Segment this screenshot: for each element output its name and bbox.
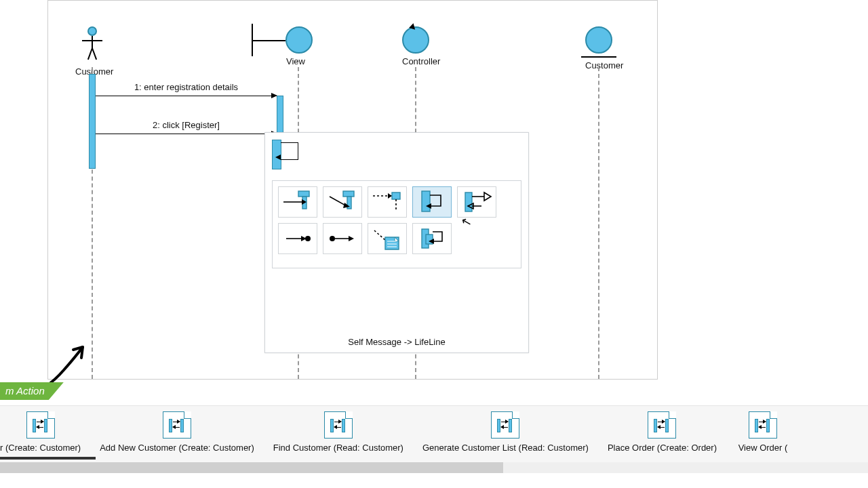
resource-catalog-popup: Self Message -> LifeLine <box>264 132 529 353</box>
sequence-diagram-file-icon <box>749 411 777 439</box>
svg-marker-19 <box>301 236 307 241</box>
message-1-arrow[interactable] <box>96 96 277 96</box>
lifeline-entity-customer[interactable]: Customer <box>585 26 612 70</box>
svg-marker-22 <box>349 236 354 241</box>
tool-found-message[interactable] <box>278 223 317 254</box>
tray-item[interactable]: Add New Customer (Create: Customer) <box>100 411 254 453</box>
tray-item-label: r (Create: Customer) <box>0 443 81 453</box>
tray-item[interactable]: Find Customer (Read: Customer) <box>273 411 403 453</box>
tool-create-message[interactable] <box>368 186 407 218</box>
lifeline-control-controller[interactable]: Controller <box>402 26 429 66</box>
tray-item-label: Generate Customer List (Read: Customer) <box>422 443 589 453</box>
activation-bar-view[interactable] <box>277 96 283 136</box>
tool-self-message-reply[interactable] <box>457 186 496 218</box>
svg-line-23 <box>374 230 387 241</box>
activation-bar-actor[interactable] <box>89 74 96 169</box>
control-icon <box>402 26 429 54</box>
diagram-tray: r (Create: Customer)Add New Customer (Cr… <box>0 405 868 473</box>
svg-rect-14 <box>465 192 472 211</box>
popup-preview-icon <box>272 140 298 169</box>
tray-item-label: View Order ( <box>738 443 788 453</box>
svg-rect-4 <box>343 191 354 197</box>
svg-rect-8 <box>392 192 400 199</box>
boundary-icon <box>252 26 313 54</box>
tray-item[interactable]: r (Create: Customer) <box>0 411 81 453</box>
lifeline-dash <box>598 67 599 379</box>
tray-item-label: Find Customer (Read: Customer) <box>273 443 403 453</box>
tool-note[interactable] <box>368 223 407 254</box>
message-2-arrow[interactable] <box>96 134 277 134</box>
tool-duration-message[interactable] <box>323 186 362 218</box>
svg-line-6 <box>330 197 347 206</box>
tray-item-label: Place Order (Create: Order) <box>608 443 717 453</box>
sequence-diagram-file-icon <box>26 411 55 439</box>
lifeline-label: Controller <box>402 56 429 66</box>
tool-recursive-message[interactable] <box>412 223 452 254</box>
section-tab-label: m Action <box>5 385 45 396</box>
sequence-diagram-file-icon <box>163 411 191 439</box>
tray-item[interactable]: View Order ( <box>736 411 790 453</box>
tool-self-message[interactable] <box>412 186 452 218</box>
tool-grid <box>272 180 521 268</box>
svg-point-20 <box>330 236 335 241</box>
svg-rect-12 <box>422 191 430 211</box>
message-1-label: 1: enter registration details <box>96 82 277 92</box>
tray-item-label: Add New Customer (Create: Customer) <box>100 443 254 453</box>
lifeline-actor-customer[interactable]: Customer <box>75 26 109 77</box>
scrollbar-thumb[interactable] <box>0 462 503 473</box>
tray-item[interactable]: Generate Customer List (Read: Customer) <box>422 411 589 453</box>
sequence-diagram-file-icon <box>491 411 519 439</box>
svg-marker-15 <box>484 192 491 201</box>
entity-icon <box>585 26 612 58</box>
sequence-diagram-file-icon <box>324 411 353 439</box>
actor-icon <box>75 26 109 64</box>
lifeline-label: View <box>279 56 313 66</box>
message-2-label: 2: click [Register] <box>96 120 277 130</box>
sequence-diagram-file-icon <box>648 411 676 439</box>
svg-rect-0 <box>298 191 309 197</box>
popup-caption: Self Message -> LifeLine <box>265 337 528 347</box>
lifeline-boundary-view[interactable]: View <box>252 26 313 66</box>
horizontal-scrollbar[interactable] <box>0 462 868 473</box>
tray-item[interactable]: Place Order (Create: Order) <box>608 411 717 453</box>
tool-message-activation[interactable] <box>278 186 317 218</box>
svg-marker-10 <box>388 193 392 199</box>
tool-lost-message[interactable] <box>323 223 362 254</box>
